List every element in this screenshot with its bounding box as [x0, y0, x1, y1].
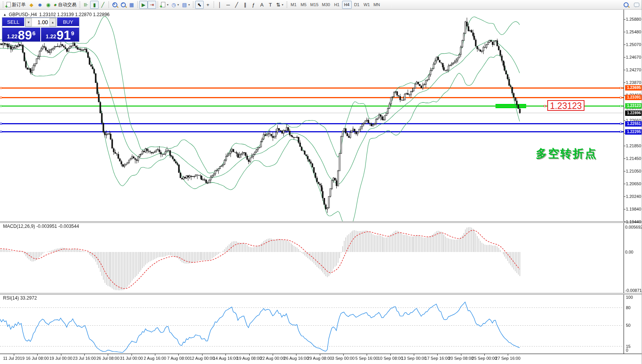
- time-axis-tick: [437, 354, 438, 356]
- time-axis-tick: [414, 354, 414, 356]
- channel-button[interactable]: ∥: [241, 1, 249, 9]
- line-chart-button[interactable]: ╱: [99, 1, 107, 9]
- toolbar-grip[interactable]: [193, 2, 194, 8]
- line-price-axis-label: 1.22295: [625, 129, 642, 135]
- symbol-direction-icon: ▲: [3, 13, 7, 16]
- timeframe-m1-button[interactable]: M1: [289, 1, 298, 9]
- horizontal-line-button[interactable]: ─: [224, 1, 232, 9]
- text-button[interactable]: A: [258, 1, 266, 9]
- time-axis-label: 25 Sep 00:00: [472, 356, 497, 361]
- rsi-label: RSI(14) 33.2972: [3, 295, 37, 301]
- time-axis-tick: [178, 354, 179, 356]
- macd-pane-splitter[interactable]: [0, 221, 642, 223]
- turning-point-text[interactable]: 多空转折点: [536, 146, 597, 161]
- tile-windows-icon: ▦: [129, 2, 134, 7]
- zoom-out-button[interactable]: [119, 1, 127, 9]
- price-annotation-box[interactable]: 1.23123: [547, 100, 584, 111]
- mt4-window: 新订单 ◆ ☻ ◉ ● 自动交易 ⊪ ▮ ╱ ▦ ▶ ⇥ ▾ ◷ ▾ ▤ ▾: [0, 0, 642, 364]
- timeframe-m15-button[interactable]: M15: [309, 1, 320, 9]
- profile-icon: ☻: [37, 2, 43, 7]
- timeframe-h1-button[interactable]: H1: [332, 1, 342, 9]
- search-icon: [624, 2, 629, 7]
- trendline-button[interactable]: ╱: [232, 1, 241, 9]
- axis-tick: [624, 209, 626, 209]
- timeframe-w1-button[interactable]: W1: [362, 1, 372, 9]
- axis-tick: [624, 82, 626, 83]
- search-button[interactable]: [622, 1, 630, 9]
- rsi-axis-tick-label: 50: [626, 323, 630, 328]
- chart-shift-button[interactable]: ⇥: [148, 1, 156, 9]
- templates-button[interactable]: ▤ ▾: [181, 1, 191, 9]
- zoom-in-button[interactable]: [110, 1, 119, 9]
- one-click-trading-panel: SELL ▼ ▲ BUY 1.22 89 6 1.22 91 9: [2, 17, 79, 42]
- timeframe-d1-button[interactable]: D1: [352, 1, 362, 9]
- price-axis-border: [624, 10, 624, 354]
- axis-tick: [624, 44, 626, 45]
- chart-canvas[interactable]: [0, 0, 642, 364]
- volume-decrease-button[interactable]: ▼: [25, 18, 32, 26]
- buy-price[interactable]: 1.22 91 9: [41, 28, 79, 41]
- time-axis-label: 22 Aug 00:00: [260, 356, 285, 361]
- macd-label: MACD(12,26,9) -0.003951 -0.003544: [3, 224, 79, 229]
- rsi-pane-splitter[interactable]: [0, 293, 642, 295]
- fibonacci-button[interactable]: ƒ: [249, 1, 258, 9]
- time-axis-label: 26 Jul 08:00: [96, 356, 119, 361]
- time-axis-tick: [484, 354, 485, 356]
- chevron-down-icon: ▾: [282, 3, 283, 7]
- channel-icon: ∥: [244, 2, 247, 7]
- buy-button[interactable]: BUY: [57, 18, 79, 27]
- arrows-button[interactable]: ⇅ ▾: [275, 1, 285, 9]
- text-label-button[interactable]: T: [266, 1, 275, 9]
- time-axis-label: 14 Aug 16:00: [213, 356, 238, 361]
- auto-trading-icon: ●: [54, 2, 57, 7]
- candle-chart-button[interactable]: ▮: [90, 1, 99, 9]
- profile-button[interactable]: ☻: [36, 1, 44, 9]
- line-price-axis-label: 1.23695: [625, 85, 642, 91]
- toolbar-grip[interactable]: [79, 2, 81, 8]
- chat-button[interactable]: [632, 1, 641, 9]
- price-axis-tick-label: 1.21450: [626, 156, 641, 161]
- bar-chart-button[interactable]: ⊪: [82, 1, 90, 9]
- chart-shift-icon: ⇥: [150, 2, 154, 7]
- cursor-button[interactable]: ⬉: [195, 1, 204, 9]
- time-axis-tick: [320, 354, 320, 356]
- sell-price[interactable]: 1.22 89 6: [2, 28, 40, 41]
- annotation-anchor-marker[interactable]: [544, 105, 546, 107]
- buy-price-pip: 9: [71, 30, 74, 36]
- auto-trading-button[interactable]: ● 自动交易: [53, 1, 78, 9]
- auto-scroll-button[interactable]: ▶: [139, 1, 148, 9]
- time-axis-label: 17 Sep 16:00: [425, 356, 450, 361]
- timeframe-h4-button[interactable]: H4: [342, 1, 352, 9]
- crosshair-button[interactable]: +: [204, 1, 212, 9]
- add-indicator-icon: [161, 2, 165, 7]
- new-order-button[interactable]: 新订单: [5, 1, 27, 9]
- axis-tick: [624, 158, 626, 159]
- time-axis-tick: [226, 354, 226, 356]
- tile-windows-button[interactable]: ▦: [127, 1, 136, 9]
- timeframe-m30-button[interactable]: M30: [320, 1, 331, 9]
- sell-price-base: 1.22: [7, 33, 17, 40]
- timeframe-m5-button[interactable]: M5: [299, 1, 308, 9]
- signals-button[interactable]: ◉: [44, 1, 53, 9]
- arrows-icon: ⇅: [276, 2, 280, 7]
- auto-trading-label: 自动交易: [58, 2, 76, 8]
- toolbar-grip[interactable]: [286, 2, 288, 8]
- price-axis-tick-label: 1.24670: [626, 55, 641, 59]
- volume-input[interactable]: [32, 18, 49, 26]
- vertical-line-button[interactable]: │: [216, 1, 224, 9]
- indicators-button[interactable]: ▾: [160, 1, 170, 9]
- volume-increase-button[interactable]: ▲: [49, 18, 56, 26]
- sell-button[interactable]: SELL: [2, 18, 24, 27]
- time-axis-tick: [273, 354, 273, 356]
- timeframe-mn-button[interactable]: MN: [372, 1, 382, 9]
- axis-tick: [624, 222, 626, 222]
- market-button[interactable]: ◆: [27, 1, 36, 9]
- periods-button[interactable]: ◷ ▾: [170, 1, 180, 9]
- toolbar-grip[interactable]: [2, 2, 4, 8]
- zoom-in-icon: [112, 2, 117, 7]
- price-axis-tick-label: 1.19440: [626, 219, 641, 224]
- axis-tick: [624, 57, 626, 58]
- price-axis-tick-label: 1.24270: [626, 68, 641, 72]
- price-axis-tick-label: 1.25880: [626, 17, 641, 21]
- gold-diamond-icon: ◆: [30, 2, 33, 7]
